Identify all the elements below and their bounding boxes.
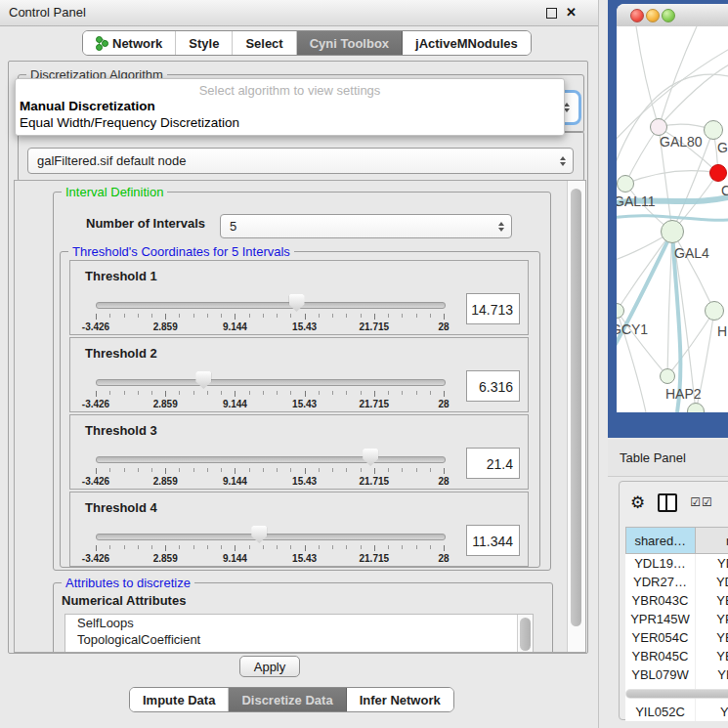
slider-tick bbox=[179, 391, 180, 395]
tab-cyni-toolbox[interactable]: Cyni Toolbox bbox=[297, 31, 403, 55]
control-panel-title: Control Panel bbox=[0, 5, 86, 20]
network-node-hap2[interactable] bbox=[660, 368, 675, 384]
numerical-attributes-list[interactable]: SelfLoopsTopologicalCoefficientBetweenne… bbox=[64, 614, 534, 653]
slider-track[interactable] bbox=[96, 302, 446, 309]
table-horizontal-scrollbar[interactable] bbox=[625, 689, 728, 699]
tab-discretize-data[interactable]: Discretize Data bbox=[229, 688, 346, 711]
slider-tick bbox=[235, 391, 236, 397]
slider-tick bbox=[444, 545, 445, 551]
tab-label: Network bbox=[112, 36, 162, 51]
table-row[interactable]: YIL052CYIL0 bbox=[626, 703, 728, 721]
algorithm-option[interactable]: Manual Discretization bbox=[16, 98, 564, 114]
table-column-header[interactable]: shared… bbox=[626, 528, 696, 554]
close-window-icon[interactable]: ✕ bbox=[566, 8, 577, 18]
table-row[interactable]: YER054CYER0 bbox=[626, 628, 728, 647]
table-panel: ⚙ ☑☑ shared…naYDL19…YDL1YDR27…YDR2YBR043… bbox=[619, 481, 728, 720]
network-canvas[interactable]: GAL80G.CGAL11GAL4GCY1HHAP2 bbox=[617, 26, 728, 412]
table-cell[interactable]: YDR2 bbox=[695, 573, 728, 591]
tab-jactivemnodules[interactable]: jActiveMNodules bbox=[403, 31, 531, 55]
apply-button[interactable]: Apply bbox=[239, 656, 300, 677]
threshold-panel-3: Threshold 3-3.4262.8599.14415.4321.71528… bbox=[69, 414, 529, 490]
network-node-c[interactable] bbox=[709, 164, 727, 182]
tab-infer-network[interactable]: Infer Network bbox=[347, 688, 453, 711]
table-row[interactable]: YBL079WYBL0 bbox=[626, 665, 728, 684]
threshold-value-field[interactable]: 11.344 bbox=[466, 525, 520, 556]
slider-track[interactable] bbox=[96, 456, 446, 463]
table-row[interactable]: YDR27…YDR2 bbox=[626, 573, 728, 591]
table-cell[interactable]: YDL1 bbox=[695, 554, 728, 574]
slider-tick-label: 15.43 bbox=[292, 399, 317, 409]
slider-tick bbox=[305, 314, 306, 320]
table-row[interactable]: YBR043CYBR0 bbox=[626, 591, 728, 610]
gear-icon[interactable]: ⚙ bbox=[630, 494, 645, 511]
threshold-slider[interactable]: -3.4262.8599.14415.4321.71528 bbox=[96, 522, 444, 567]
control-panel-titlebar: Control Panel ✕ bbox=[0, 0, 598, 26]
slider-tick bbox=[319, 468, 320, 472]
threshold-slider[interactable]: -3.4262.8599.14415.4321.71528 bbox=[96, 290, 444, 335]
close-traffic-light-icon[interactable] bbox=[630, 9, 644, 22]
threshold-value-field[interactable]: 14.713 bbox=[466, 293, 520, 324]
table-row[interactable]: YPR145WYPR1 bbox=[626, 610, 728, 628]
threshold-slider[interactable]: -3.4262.8599.14415.4321.71528 bbox=[96, 367, 444, 412]
table-cell[interactable]: YIL052C bbox=[626, 703, 696, 721]
slider-tick-label: 28 bbox=[438, 321, 449, 332]
slider-tick bbox=[374, 468, 375, 474]
slider-tick-label: 2.859 bbox=[153, 399, 178, 409]
table-cell[interactable]: YER054C bbox=[626, 628, 696, 647]
table-column-header[interactable]: na bbox=[695, 528, 728, 554]
attributes-list-scrollbar[interactable] bbox=[517, 615, 533, 653]
slider-tick bbox=[151, 545, 152, 549]
slider-thumb[interactable] bbox=[251, 526, 267, 543]
table-cell[interactable]: YBR0 bbox=[695, 647, 728, 665]
threshold-slider[interactable]: -3.4262.8599.14415.4321.71528 bbox=[96, 445, 444, 490]
slider-thumb[interactable] bbox=[195, 371, 211, 389]
zoom-traffic-light-icon[interactable] bbox=[662, 9, 675, 22]
tab-impute-data[interactable]: Impute Data bbox=[130, 688, 229, 711]
table-cell[interactable]: YER0 bbox=[695, 628, 728, 647]
table-cell[interactable]: YBR043C bbox=[626, 591, 696, 610]
minimize-traffic-light-icon[interactable] bbox=[646, 9, 660, 22]
slider-tick bbox=[124, 314, 125, 318]
network-node-h[interactable] bbox=[705, 301, 724, 321]
threshold-value-field[interactable]: 6.316 bbox=[466, 370, 520, 402]
slider-track[interactable] bbox=[96, 379, 446, 386]
checkbox-icons[interactable]: ☑☑ bbox=[690, 495, 713, 509]
slider-tick bbox=[138, 314, 139, 318]
slider-tick bbox=[416, 314, 417, 318]
num-intervals-combobox[interactable]: 5 bbox=[220, 214, 512, 238]
network-node-g[interactable] bbox=[704, 120, 723, 140]
table-cell[interactable]: YBR045C bbox=[626, 647, 696, 665]
network-node-gal4[interactable] bbox=[661, 220, 684, 243]
table-cell[interactable]: YBR0 bbox=[695, 591, 728, 610]
table-cell[interactable]: YDL19… bbox=[626, 554, 696, 574]
slider-thumb[interactable] bbox=[289, 294, 305, 312]
slider-tick bbox=[277, 468, 278, 472]
float-window-icon[interactable] bbox=[546, 8, 557, 19]
table-cell[interactable]: YBL0 bbox=[695, 665, 728, 684]
slider-tick-label: 21.715 bbox=[360, 476, 390, 487]
settings-vertical-scrollbar[interactable] bbox=[567, 181, 585, 652]
columns-icon[interactable] bbox=[658, 493, 677, 512]
tab-style[interactable]: Style bbox=[176, 31, 233, 55]
threshold-value-field[interactable]: 21.4 bbox=[466, 448, 520, 479]
table-cell[interactable]: YPR1 bbox=[695, 610, 728, 628]
table-cell[interactable]: YPR145W bbox=[626, 610, 696, 628]
table-row[interactable]: YBR045CYBR0 bbox=[626, 647, 728, 665]
slider-tick bbox=[151, 314, 152, 318]
attribute-list-item[interactable]: TopologicalCoefficient bbox=[65, 631, 533, 648]
tab-network[interactable]: Network bbox=[83, 31, 176, 55]
attribute-list-item[interactable]: BetweennessCentrality bbox=[65, 648, 533, 653]
slider-tick bbox=[332, 314, 333, 318]
table-row[interactable]: YDL19…YDL1 bbox=[626, 554, 728, 574]
tab-select[interactable]: Select bbox=[233, 31, 296, 55]
slider-track[interactable] bbox=[96, 534, 446, 540]
algorithm-option[interactable]: Equal Width/Frequency Discretization bbox=[16, 114, 564, 131]
table-cell[interactable]: YBL079W bbox=[626, 665, 696, 684]
attribute-list-item[interactable]: SelfLoops bbox=[65, 615, 533, 631]
tab-label: Style bbox=[189, 36, 219, 51]
table-cell[interactable]: YIL0 bbox=[695, 703, 728, 721]
table-cell[interactable]: YDR27… bbox=[626, 573, 696, 591]
network-node-gal11[interactable] bbox=[617, 175, 634, 193]
table-data-combobox[interactable]: galFiltered.sif default node bbox=[27, 148, 574, 174]
slider-thumb[interactable] bbox=[363, 449, 378, 466]
